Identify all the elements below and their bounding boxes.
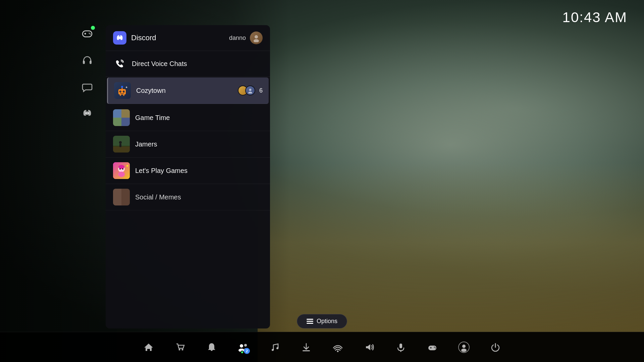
svg-point-4: [90, 34, 91, 35]
user-section: danno: [229, 32, 263, 44]
svg-point-17: [120, 91, 121, 92]
power-icon[interactable]: [488, 340, 503, 355]
svg-rect-30: [119, 144, 121, 147]
svg-rect-48: [303, 350, 310, 351]
server-item-cozytown[interactable]: ✦ Cozytown: [107, 77, 269, 104]
discord-header: Discord danno: [106, 25, 270, 51]
chat-bubble-icon[interactable]: [79, 79, 96, 96]
headset-icon[interactable]: [79, 52, 96, 69]
gamepad-icon[interactable]: [79, 25, 96, 42]
svg-point-15: [119, 90, 121, 93]
server-item-letsplay[interactable]: ★ Let's Play Games: [106, 158, 270, 184]
notification-icon[interactable]: [204, 340, 219, 355]
phone-icon: [113, 57, 126, 70]
discord-logo-section: Discord: [113, 31, 156, 45]
volume-icon[interactable]: [362, 340, 377, 355]
bottom-bar: 2: [0, 332, 644, 362]
svg-point-36: [118, 172, 125, 177]
svg-point-8: [88, 113, 89, 114]
letsplay-name: Let's Play Games: [135, 167, 263, 175]
friends-badge: 2: [244, 348, 250, 354]
options-bar[interactable]: Options: [297, 314, 347, 328]
jamers-name: Jamers: [135, 140, 263, 148]
server-item-social[interactable]: Social / Memes: [106, 184, 270, 210]
controller-icon[interactable]: [425, 340, 440, 355]
svg-rect-2: [85, 33, 86, 35]
svg-point-34: [119, 168, 121, 170]
svg-point-21: [121, 86, 123, 88]
svg-point-46: [272, 349, 274, 351]
svg-rect-39: [307, 321, 313, 322]
svg-point-3: [89, 33, 90, 34]
svg-point-45: [244, 344, 247, 347]
svg-rect-28: [113, 146, 130, 153]
discord-logo: [113, 31, 126, 45]
social-thumb: [113, 189, 130, 205]
member-avatar-group: [238, 85, 255, 96]
svg-point-56: [435, 347, 436, 348]
svg-point-55: [434, 347, 435, 348]
svg-point-7: [86, 113, 87, 114]
download-icon[interactable]: [299, 340, 314, 355]
home-icon[interactable]: [141, 340, 156, 355]
svg-point-10: [120, 38, 121, 39]
cozytown-name: Cozytown: [136, 87, 232, 95]
jamers-thumb: [113, 136, 130, 153]
user-avatar: [250, 32, 263, 44]
cast-icon[interactable]: [330, 340, 345, 355]
svg-point-11: [255, 35, 258, 39]
svg-rect-51: [400, 351, 401, 352]
svg-rect-23: [123, 95, 124, 96]
svg-rect-5: [83, 61, 85, 64]
mic-icon[interactable]: [393, 340, 408, 355]
sidebar: [74, 25, 101, 122]
svg-point-18: [124, 91, 124, 92]
options-icon: [307, 319, 313, 324]
svg-point-42: [182, 349, 183, 350]
cozytown-count: 6: [259, 87, 263, 94]
svg-point-12: [254, 39, 259, 42]
cozytown-members: 6: [238, 85, 263, 96]
svg-rect-22: [120, 95, 121, 96]
options-label: Options: [317, 318, 337, 325]
discord-icon[interactable]: [79, 106, 96, 122]
svg-rect-40: [307, 323, 313, 324]
svg-rect-19: [120, 93, 124, 94]
profile-icon[interactable]: [457, 340, 471, 355]
svg-point-41: [179, 349, 180, 350]
svg-point-29: [119, 141, 122, 144]
svg-rect-27: [113, 136, 130, 146]
svg-text:★: ★: [126, 164, 129, 168]
friends-icon[interactable]: 2: [236, 340, 251, 355]
svg-point-59: [461, 349, 467, 352]
svg-point-25: [248, 92, 252, 94]
svg-point-43: [240, 344, 243, 348]
server-item-gametime[interactable]: Game Time: [106, 105, 270, 131]
svg-text:✦: ✦: [125, 85, 128, 89]
member-avatar-2: [245, 85, 255, 96]
discord-panel: Discord danno Direct Voice Chats: [106, 25, 270, 328]
svg-point-58: [462, 345, 466, 348]
direct-voice-label: Direct Voice Chats: [132, 60, 187, 68]
clock: 10:43 AM: [562, 9, 627, 25]
discord-title: Discord: [131, 34, 156, 42]
friends-green-dot: [240, 351, 244, 354]
cozytown-thumb: ✦: [114, 82, 131, 99]
letsplay-thumb: ★: [113, 162, 130, 179]
gametime-name: Game Time: [135, 114, 263, 122]
direct-voice-chats-item[interactable]: Direct Voice Chats: [106, 51, 270, 77]
gametime-thumb: [113, 109, 130, 126]
svg-rect-6: [90, 61, 92, 64]
store-icon[interactable]: [173, 340, 187, 355]
social-name: Social / Memes: [135, 193, 263, 201]
svg-point-9: [118, 38, 119, 39]
online-dot: [91, 26, 95, 30]
svg-point-47: [276, 347, 278, 349]
username: danno: [229, 35, 246, 42]
music-icon[interactable]: [267, 340, 282, 355]
svg-point-33: [118, 165, 124, 169]
svg-point-35: [122, 168, 123, 170]
svg-rect-54: [431, 347, 431, 349]
server-item-jamers[interactable]: Jamers: [106, 131, 270, 158]
svg-rect-38: [307, 319, 313, 320]
